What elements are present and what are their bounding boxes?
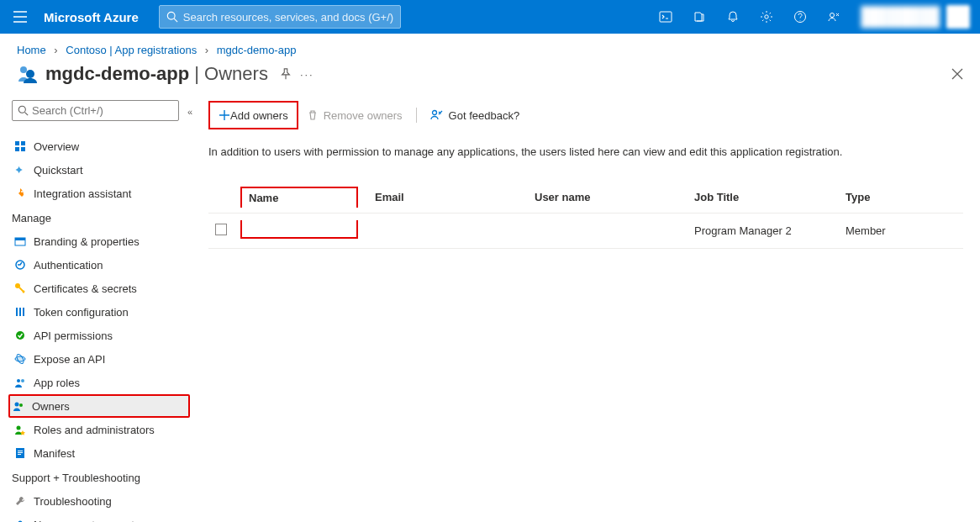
svg-rect-11	[21, 141, 25, 145]
sidebar-search[interactable]	[12, 100, 179, 121]
sidebar-search-input[interactable]	[32, 104, 173, 117]
owners-table: Name Email User name Job Title Type Prog…	[208, 182, 963, 249]
settings-icon[interactable]	[750, 0, 783, 34]
sidebar-item-expose-api[interactable]: Expose an API	[12, 347, 190, 371]
breadcrumb-current[interactable]: mgdc-demo-app	[217, 44, 297, 56]
svg-line-1	[174, 18, 177, 22]
roles-admin-icon	[13, 423, 27, 436]
svg-point-36	[432, 111, 436, 115]
sidebar-item-owners[interactable]: Owners	[8, 394, 190, 418]
col-username[interactable]: User name	[528, 182, 688, 214]
sidebar-item-authentication[interactable]: Authentication	[12, 253, 190, 277]
sidebar-item-label: Manifest	[34, 447, 75, 460]
sidebar-item-label: Branding & properties	[34, 235, 140, 248]
svg-rect-16	[15, 238, 25, 240]
directories-icon[interactable]	[682, 0, 716, 34]
table-row[interactable]: Program Manager 2 Member	[208, 214, 963, 249]
remove-owners-label: Remove owners	[324, 109, 403, 122]
trash-icon	[307, 109, 319, 121]
add-owners-label: Add owners	[230, 109, 288, 122]
svg-rect-2	[660, 12, 672, 22]
sidebar-item-branding[interactable]: Branding & properties	[12, 229, 190, 253]
row-checkbox[interactable]	[215, 224, 227, 235]
svg-rect-20	[19, 308, 21, 316]
feedback-person-icon	[430, 109, 444, 121]
auth-icon	[13, 258, 27, 272]
sidebar-item-api-permissions[interactable]: API permissions	[12, 324, 190, 347]
more-button[interactable]: ···	[300, 68, 314, 81]
sidebar-item-token-config[interactable]: Token configuration	[12, 300, 190, 324]
hamburger-menu[interactable]	[0, 0, 40, 34]
app-registration-icon	[17, 63, 39, 85]
notifications-icon[interactable]	[716, 0, 750, 34]
branding-icon	[13, 235, 27, 248]
key-icon	[13, 282, 27, 295]
quickstart-icon	[13, 163, 27, 177]
global-search[interactable]	[159, 5, 401, 29]
svg-line-9	[25, 113, 29, 116]
col-email[interactable]: Email	[368, 182, 528, 214]
sidebar-item-label: New support request	[34, 519, 134, 523]
sidebar-item-integration-assistant[interactable]: Integration assistant	[12, 182, 190, 205]
account-menu[interactable]: ████████████ ████████████	[851, 0, 980, 34]
toolbar-divider	[416, 108, 417, 123]
top-utility-icons	[649, 0, 851, 34]
add-owners-button[interactable]: Add owners	[208, 101, 298, 129]
avatar	[946, 5, 970, 29]
col-type[interactable]: Type	[839, 182, 963, 214]
sidebar-item-troubleshooting[interactable]: Troubleshooting	[12, 489, 190, 513]
search-icon	[166, 11, 178, 23]
sidebar-item-label: App roles	[34, 377, 80, 389]
sidebar-item-certificates[interactable]: Certificates & secrets	[12, 277, 190, 300]
sidebar-item-app-roles[interactable]: App roles	[12, 371, 190, 394]
cloud-shell-icon[interactable]	[649, 0, 682, 34]
sidebar-item-label: Troubleshooting	[34, 495, 112, 508]
sidebar-section-support: Support + Troubleshooting	[12, 465, 190, 489]
sidebar-item-label: Owners	[32, 400, 70, 413]
cell-type: Member	[839, 214, 963, 249]
breadcrumb-home[interactable]: Home	[17, 44, 46, 56]
cell-jobtitle: Program Manager 2	[688, 214, 839, 249]
svg-point-25	[17, 379, 20, 382]
sidebar-item-label: API permissions	[34, 330, 113, 342]
sidebar-item-label: Token configuration	[34, 306, 129, 319]
help-icon[interactable]	[783, 0, 817, 34]
col-name[interactable]: Name	[234, 182, 368, 214]
overview-icon	[13, 140, 27, 153]
feedback-icon[interactable]	[817, 0, 851, 34]
col-jobtitle[interactable]: Job Title	[688, 182, 839, 214]
svg-point-28	[19, 403, 23, 407]
sidebar-item-label: Integration assistant	[34, 187, 131, 200]
svg-point-3	[765, 15, 768, 18]
feedback-button[interactable]: Got feedback?	[422, 103, 529, 128]
svg-rect-12	[15, 147, 19, 151]
breadcrumb-app-registrations[interactable]: Contoso | App registrations	[66, 44, 197, 56]
search-icon	[18, 105, 29, 116]
sidebar-item-roles-admin[interactable]: Roles and administrators	[12, 418, 190, 441]
svg-rect-21	[23, 308, 24, 316]
pin-button[interactable]	[280, 68, 292, 80]
sidebar-item-overview[interactable]: Overview	[12, 134, 190, 158]
svg-rect-32	[18, 452, 23, 453]
sidebar-item-quickstart[interactable]: Quickstart	[12, 158, 190, 182]
sidebar-item-new-support[interactable]: New support request	[12, 513, 190, 522]
account-name: ████████████	[861, 6, 940, 17]
sidebar-item-label: Certificates & secrets	[34, 282, 137, 295]
page-header: mgdc-demo-app | Owners ···	[0, 61, 980, 100]
plus-icon	[219, 109, 230, 121]
command-bar: Add owners Remove owners Got feedback?	[208, 100, 963, 130]
cell-username	[528, 214, 688, 249]
global-search-input[interactable]	[183, 11, 393, 24]
expose-api-icon	[13, 352, 27, 366]
brand-label[interactable]: Microsoft Azure	[40, 10, 152, 24]
svg-rect-33	[18, 454, 21, 455]
close-button[interactable]	[951, 68, 963, 80]
owners-icon	[12, 399, 25, 413]
chevron-right-icon: ›	[54, 44, 57, 56]
support-icon	[13, 518, 27, 522]
remove-owners-button: Remove owners	[298, 103, 411, 128]
svg-point-27	[15, 403, 19, 407]
api-permissions-icon	[13, 329, 27, 342]
sidebar-item-label: Overview	[34, 140, 79, 153]
sidebar-item-manifest[interactable]: Manifest	[12, 441, 190, 465]
